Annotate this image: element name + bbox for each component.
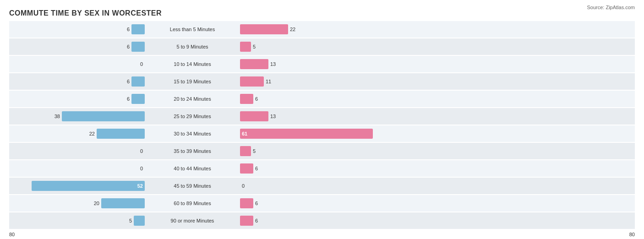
female-bar-section: 6 xyxy=(238,195,376,212)
male-value: 38 xyxy=(55,114,60,119)
female-bar-section: 61 xyxy=(238,125,376,142)
table-row: 38 25 to 29 Minutes 13 xyxy=(9,108,635,125)
male-value: 0 xyxy=(140,61,143,67)
male-bar-section: 0 xyxy=(9,160,147,177)
female-value: 0 xyxy=(242,183,245,189)
axis-left-label: 80 xyxy=(9,232,15,237)
female-bar: 61 xyxy=(240,129,373,139)
row-label: 15 to 19 Minutes xyxy=(147,79,238,84)
female-bar xyxy=(240,59,268,69)
female-bar xyxy=(240,111,268,121)
female-bar xyxy=(240,216,253,226)
female-bar-section: 0 xyxy=(238,178,376,194)
male-bar-section: 0 xyxy=(9,56,147,72)
female-bar xyxy=(240,24,288,34)
female-bar-section: 13 xyxy=(238,108,376,125)
table-row: 0 40 to 44 Minutes 6 xyxy=(9,160,635,177)
male-bar-section: 5 xyxy=(9,212,147,229)
source-label: Source: ZipAtlas.com xyxy=(587,5,635,10)
male-bar-section: 38 xyxy=(9,108,147,125)
row-label: 60 to 89 Minutes xyxy=(147,201,238,206)
table-row: 0 10 to 14 Minutes 13 xyxy=(9,56,635,72)
row-label: 40 to 44 Minutes xyxy=(147,166,238,171)
female-bar-section: 6 xyxy=(238,160,376,177)
female-bar-section: 5 xyxy=(238,38,376,55)
axis-right-label: 80 xyxy=(629,232,635,237)
bar-chart: 6 Less than 5 Minutes 22 6 5 to 9 Minute… xyxy=(9,21,635,230)
row-label: 5 to 9 Minutes xyxy=(147,44,238,49)
male-bar xyxy=(131,76,145,87)
male-bar-section: 6 xyxy=(9,38,147,55)
male-bar xyxy=(134,216,145,226)
row-label: 90 or more Minutes xyxy=(147,218,238,223)
male-bar xyxy=(131,24,145,34)
female-value: 61 xyxy=(242,131,247,136)
chart-title: COMMUTE TIME BY SEX IN WORCESTER xyxy=(9,9,635,17)
female-value: 5 xyxy=(253,44,256,49)
female-value: 6 xyxy=(255,96,258,102)
chart-container: COMMUTE TIME BY SEX IN WORCESTER Source:… xyxy=(0,0,644,239)
female-bar xyxy=(240,94,253,104)
male-bar xyxy=(101,198,145,208)
female-bar xyxy=(240,198,253,208)
row-label: 35 to 39 Minutes xyxy=(147,148,238,154)
female-bar xyxy=(240,42,251,52)
row-label: Less than 5 Minutes xyxy=(147,27,238,32)
male-bar-section: 22 xyxy=(9,125,147,142)
male-value: 52 xyxy=(137,183,143,189)
female-bar-section: 5 xyxy=(238,143,376,159)
female-bar-section: 6 xyxy=(238,91,376,107)
female-value: 6 xyxy=(255,218,258,223)
axis-labels: 80 80 xyxy=(9,232,635,237)
table-row: 5 90 or more Minutes 6 xyxy=(9,212,635,229)
male-value: 0 xyxy=(140,166,143,171)
row-label: 45 to 59 Minutes xyxy=(147,183,238,189)
female-bar-section: 22 xyxy=(238,21,376,38)
table-row: 52 45 to 59 Minutes 0 xyxy=(9,178,635,194)
female-bar xyxy=(240,146,251,156)
male-bar xyxy=(97,129,145,139)
table-row: 0 35 to 39 Minutes 5 xyxy=(9,143,635,159)
male-value: 6 xyxy=(127,44,130,49)
male-value: 22 xyxy=(89,131,95,136)
male-value: 5 xyxy=(129,218,132,223)
male-bar-section: 0 xyxy=(9,143,147,159)
male-bar xyxy=(131,42,145,52)
male-value: 0 xyxy=(140,148,143,154)
male-bar xyxy=(131,94,145,104)
table-row: 6 20 to 24 Minutes 6 xyxy=(9,91,635,107)
male-bar-section: 20 xyxy=(9,195,147,212)
female-bar xyxy=(240,76,264,87)
female-value: 13 xyxy=(270,61,276,67)
female-value: 13 xyxy=(270,114,276,119)
row-label: 10 to 14 Minutes xyxy=(147,61,238,67)
male-value: 6 xyxy=(127,96,130,102)
male-bar-section: 52 xyxy=(9,178,147,194)
female-bar-section: 6 xyxy=(238,212,376,229)
male-bar xyxy=(62,111,145,121)
female-value: 11 xyxy=(266,79,271,84)
male-bar-section: 6 xyxy=(9,73,147,90)
female-bar-section: 13 xyxy=(238,56,376,72)
female-value: 6 xyxy=(255,201,258,206)
row-label: 25 to 29 Minutes xyxy=(147,114,238,119)
male-value: 6 xyxy=(127,27,130,32)
female-value: 6 xyxy=(255,166,258,171)
female-value: 5 xyxy=(253,148,256,154)
male-bar-section: 6 xyxy=(9,21,147,38)
table-row: 6 5 to 9 Minutes 5 xyxy=(9,38,635,55)
female-bar-section: 11 xyxy=(238,73,376,90)
male-value: 20 xyxy=(94,201,99,206)
row-label: 30 to 34 Minutes xyxy=(147,131,238,136)
male-bar-section: 6 xyxy=(9,91,147,107)
male-value: 6 xyxy=(127,79,130,84)
table-row: 6 15 to 19 Minutes 11 xyxy=(9,73,635,90)
row-label: 20 to 24 Minutes xyxy=(147,96,238,102)
female-bar xyxy=(240,163,253,174)
female-value: 22 xyxy=(290,27,295,32)
male-bar: 52 xyxy=(32,181,145,191)
table-row: 22 30 to 34 Minutes 61 xyxy=(9,125,635,142)
table-row: 6 Less than 5 Minutes 22 xyxy=(9,21,635,38)
table-row: 20 60 to 89 Minutes 6 xyxy=(9,195,635,212)
